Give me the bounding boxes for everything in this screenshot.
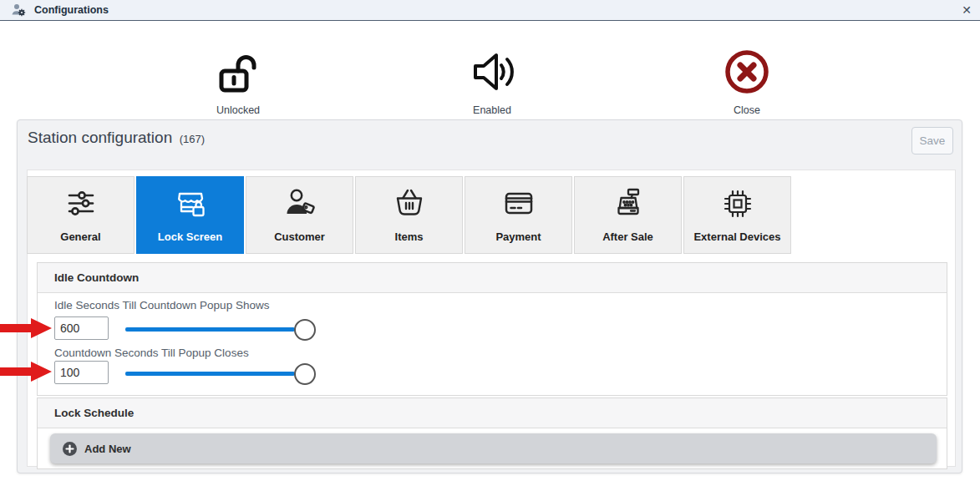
section-header: Lock Schedule [38,398,947,428]
basket-icon [392,177,427,230]
page-title-count: (167) [180,133,205,145]
cash-register-icon [611,177,646,230]
status-label: Enabled [434,104,551,116]
tab-external-devices[interactable]: External Devices [683,176,791,254]
add-new-label: Add New [84,443,131,455]
store-lock-icon [173,177,208,230]
tab-label: Payment [495,230,541,243]
unlocked-padlock-icon [180,48,297,96]
window-close-icon[interactable]: ✕ [962,3,972,18]
tab-items[interactable]: Items [355,176,463,254]
sliders-icon [64,177,98,230]
page-title: Station configuration (167) [28,129,205,147]
tab-lock-screen[interactable]: Lock Screen [136,176,244,254]
user-gear-icon [12,3,26,17]
tab-content: Idle Countdown Idle Seconds Till Countdo… [37,262,947,469]
configuration-card: General Lock Screen [27,170,956,467]
countdown-seconds-slider-track[interactable] [125,372,295,376]
tab-general[interactable]: General [27,176,135,254]
tab-label: General [60,230,100,243]
tab-label: External Devices [693,230,780,243]
field-label-countdown-seconds: Countdown Seconds Till Popup Closes [54,347,249,359]
section-header: Idle Countdown [38,263,947,293]
tab-customer[interactable]: Customer [246,176,353,254]
page-title-text: Station configuration [28,129,172,146]
status-label: Unlocked [180,104,297,116]
person-tag-icon [282,177,317,230]
countdown-seconds-input[interactable] [54,361,109,384]
speaker-icon [434,48,551,96]
tab-label: Lock Screen [158,230,222,243]
annotation-arrow-idle-seconds [0,317,53,339]
chip-icon [720,177,755,230]
save-button[interactable]: Save [911,127,953,154]
idle-seconds-input[interactable] [54,316,109,340]
credit-card-icon [501,177,536,230]
close-circle-icon [688,48,805,96]
annotation-arrow-countdown-seconds [0,361,53,382]
add-new-button[interactable]: Add New [50,433,937,463]
countdown-seconds-slider-thumb[interactable] [294,363,316,385]
idle-countdown-body: Idle Seconds Till Countdown Popup Shows … [38,293,947,395]
tab-label: After Sale [602,230,653,243]
tab-after-sale[interactable]: After Sale [574,176,682,254]
tab-label: Customer [274,230,325,243]
status-sound-enabled[interactable]: Enabled [434,48,551,116]
idle-seconds-slider-track[interactable] [125,327,295,332]
tab-bar: General Lock Screen [27,176,793,254]
lock-schedule-body: Add New [38,428,947,468]
idle-seconds-slider-thumb[interactable] [294,319,316,341]
idle-countdown-section: Idle Countdown Idle Seconds Till Countdo… [37,262,947,396]
tab-payment[interactable]: Payment [465,176,572,254]
window-title: Configurations [34,4,109,16]
window-titlebar: Configurations ✕ [0,0,980,21]
status-close[interactable]: Close [688,48,805,116]
status-unlocked[interactable]: Unlocked [180,48,297,116]
field-label-idle-seconds: Idle Seconds Till Countdown Popup Shows [54,299,269,311]
station-configuration-panel: Station configuration (167) Save General [17,119,962,473]
status-label: Close [688,104,805,116]
lock-schedule-section: Lock Schedule Add New [37,397,947,469]
tab-label: Items [395,230,424,243]
plus-circle-icon [63,442,77,456]
